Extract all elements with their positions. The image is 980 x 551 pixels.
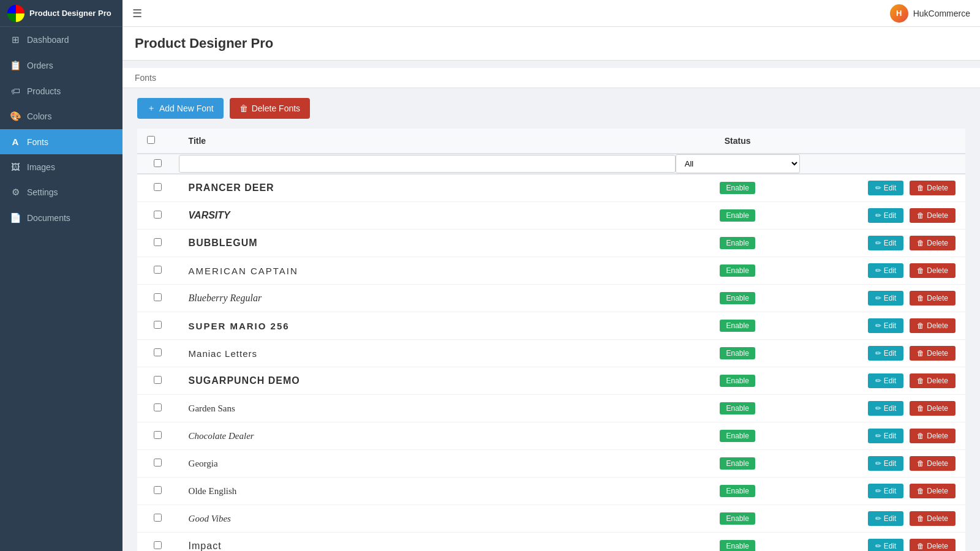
edit-button[interactable]: ✏ Edit bbox=[868, 429, 904, 443]
add-new-font-button[interactable]: ＋ Add New Font bbox=[137, 98, 224, 119]
fonts-icon: A bbox=[10, 137, 21, 147]
font-status-cell: Enable bbox=[676, 230, 800, 257]
font-name-label: Impact bbox=[189, 541, 222, 551]
font-actions-cell: ✏ Edit 🗑 Delete bbox=[800, 202, 965, 230]
delete-button[interactable]: 🗑 Delete bbox=[910, 181, 956, 195]
sidebar-item-dashboard[interactable]: ⊞ Dashboard bbox=[0, 27, 123, 53]
row-checkbox[interactable] bbox=[154, 514, 162, 522]
font-actions-cell: ✏ Edit 🗑 Delete bbox=[800, 257, 965, 285]
row-checkbox[interactable] bbox=[154, 238, 162, 246]
edit-button[interactable]: ✏ Edit bbox=[868, 539, 904, 551]
table-row: Maniac Letters Enable ✏ Edit 🗑 Delete bbox=[137, 340, 965, 367]
row-checkbox[interactable] bbox=[154, 459, 162, 467]
filter-actions-cell bbox=[800, 154, 965, 174]
delete-button[interactable]: 🗑 Delete bbox=[910, 346, 956, 361]
edit-icon: ✏ bbox=[875, 459, 881, 468]
sidebar-item-fonts[interactable]: A Fonts bbox=[0, 129, 123, 154]
title-filter-input[interactable] bbox=[179, 155, 676, 173]
sidebar-item-label: Colors bbox=[27, 111, 51, 121]
row-checkbox[interactable] bbox=[154, 211, 162, 219]
filter-row-checkbox[interactable] bbox=[154, 159, 162, 167]
font-name-label: Georgia bbox=[189, 459, 218, 468]
row-checkbox[interactable] bbox=[154, 183, 162, 191]
delete-button[interactable]: 🗑 Delete bbox=[910, 236, 956, 250]
sidebar-item-documents[interactable]: 📄 Documents bbox=[0, 205, 123, 231]
sidebar-item-colors[interactable]: 🎨 Colors bbox=[0, 103, 123, 129]
font-status-cell: Enable bbox=[676, 285, 800, 312]
row-checkbox-cell bbox=[137, 257, 179, 285]
edit-icon: ✏ bbox=[875, 211, 881, 220]
sidebar-item-images[interactable]: 🖼 Images bbox=[0, 154, 123, 179]
row-checkbox[interactable] bbox=[154, 541, 162, 549]
row-checkbox[interactable] bbox=[154, 403, 162, 411]
sidebar-item-orders[interactable]: 📋 Orders bbox=[0, 53, 123, 78]
filter-status-cell: All Enable Disable bbox=[676, 154, 800, 174]
delete-button[interactable]: 🗑 Delete bbox=[910, 291, 956, 305]
col-actions-header bbox=[800, 129, 965, 154]
trash-icon: 🗑 bbox=[917, 294, 924, 302]
delete-button[interactable]: 🗑 Delete bbox=[910, 401, 956, 416]
edit-button[interactable]: ✏ Edit bbox=[868, 181, 904, 195]
avatar: H bbox=[890, 4, 908, 23]
font-name-cell: Impact bbox=[179, 533, 676, 552]
col-title-header: Title bbox=[179, 129, 676, 154]
status-badge: Enable bbox=[720, 430, 755, 442]
edit-button[interactable]: ✏ Edit bbox=[868, 318, 904, 333]
edit-button[interactable]: ✏ Edit bbox=[868, 484, 904, 498]
font-name-cell: Blueberry Regular bbox=[179, 285, 676, 312]
trash-icon: 🗑 bbox=[917, 459, 924, 468]
trash-icon: 🗑 bbox=[917, 487, 924, 495]
delete-button[interactable]: 🗑 Delete bbox=[910, 456, 956, 471]
status-badge: Enable bbox=[720, 209, 755, 222]
row-checkbox-cell bbox=[137, 505, 179, 533]
username-label: HukCommerce bbox=[913, 9, 970, 18]
font-name-label: Garden Sans bbox=[189, 403, 235, 413]
sidebar-item-label: Dashboard bbox=[27, 35, 69, 45]
font-status-cell: Enable bbox=[676, 257, 800, 285]
status-filter-select[interactable]: All Enable Disable bbox=[676, 154, 800, 173]
select-all-checkbox[interactable] bbox=[147, 136, 155, 144]
font-status-cell: Enable bbox=[676, 340, 800, 367]
edit-button[interactable]: ✏ Edit bbox=[868, 373, 904, 388]
font-name-label: Good Vibes bbox=[189, 514, 231, 523]
table-row: VARSITY Enable ✏ Edit 🗑 Delete bbox=[137, 202, 965, 230]
trash-icon: 🗑 bbox=[917, 514, 924, 523]
content-area: Product Designer Pro Fonts ＋ Add New Fon… bbox=[123, 27, 980, 551]
delete-button[interactable]: 🗑 Delete bbox=[910, 373, 956, 388]
edit-button[interactable]: ✏ Edit bbox=[868, 236, 904, 250]
row-checkbox[interactable] bbox=[154, 348, 162, 356]
delete-button[interactable]: 🗑 Delete bbox=[910, 539, 956, 551]
font-actions-cell: ✏ Edit 🗑 Delete bbox=[800, 367, 965, 395]
delete-button[interactable]: 🗑 Delete bbox=[910, 484, 956, 498]
edit-button[interactable]: ✏ Edit bbox=[868, 208, 904, 223]
delete-button[interactable]: 🗑 Delete bbox=[910, 429, 956, 443]
row-checkbox[interactable] bbox=[154, 293, 162, 301]
edit-button[interactable]: ✏ Edit bbox=[868, 511, 904, 526]
table-row: Good Vibes Enable ✏ Edit 🗑 Delete bbox=[137, 505, 965, 533]
delete-button[interactable]: 🗑 Delete bbox=[910, 263, 956, 278]
font-name-label: AMERICAN CAPTAIN bbox=[189, 266, 298, 276]
row-checkbox[interactable] bbox=[154, 266, 162, 274]
edit-button[interactable]: ✏ Edit bbox=[868, 346, 904, 361]
delete-fonts-button[interactable]: 🗑 Delete Fonts bbox=[230, 98, 310, 119]
row-checkbox[interactable] bbox=[154, 376, 162, 384]
edit-button[interactable]: ✏ Edit bbox=[868, 263, 904, 278]
sidebar-item-settings[interactable]: ⚙ Settings bbox=[0, 179, 123, 205]
delete-button[interactable]: 🗑 Delete bbox=[910, 318, 956, 333]
menu-toggle-icon[interactable]: ☰ bbox=[132, 7, 142, 20]
edit-button[interactable]: ✏ Edit bbox=[868, 456, 904, 471]
row-checkbox-cell bbox=[137, 340, 179, 367]
row-checkbox-cell bbox=[137, 395, 179, 422]
edit-button[interactable]: ✏ Edit bbox=[868, 291, 904, 305]
delete-button[interactable]: 🗑 Delete bbox=[910, 208, 956, 223]
delete-button[interactable]: 🗑 Delete bbox=[910, 511, 956, 526]
font-name-label: PRANCER DEER bbox=[189, 182, 274, 193]
font-name-label: BUBBLEGUM bbox=[189, 238, 258, 248]
sidebar-item-products[interactable]: 🏷 Products bbox=[0, 78, 123, 103]
edit-button[interactable]: ✏ Edit bbox=[868, 401, 904, 416]
row-checkbox[interactable] bbox=[154, 431, 162, 439]
row-checkbox[interactable] bbox=[154, 486, 162, 494]
sidebar-item-label: Fonts bbox=[27, 137, 48, 147]
row-checkbox-cell bbox=[137, 230, 179, 257]
row-checkbox[interactable] bbox=[154, 321, 162, 329]
